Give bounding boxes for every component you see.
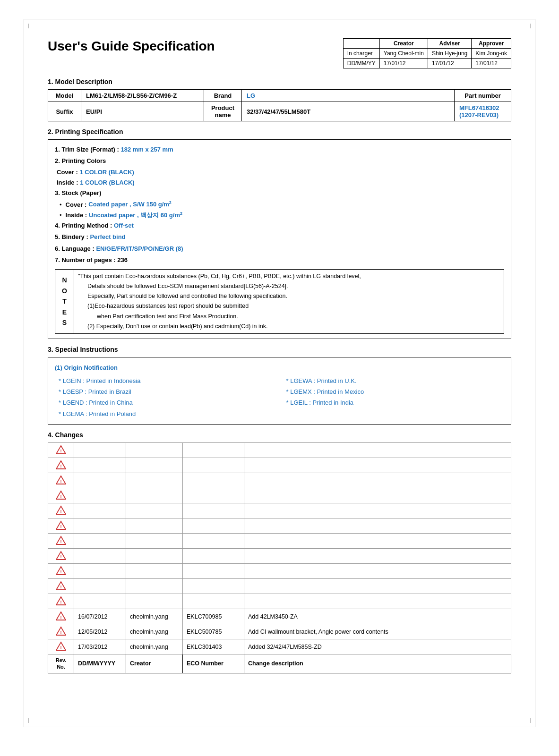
table-header-row: Rev.No. DD/MM/YYYY Creator ECO Number Ch… bbox=[48, 654, 511, 673]
warning-icon: ! bbox=[56, 626, 66, 636]
eco-cell bbox=[183, 458, 244, 473]
creator-cell: cheolmin.yang bbox=[126, 609, 183, 624]
warning-icon: ! bbox=[56, 551, 66, 560]
warning-icon: ! bbox=[56, 505, 66, 515]
trim-size-label: 1. Trim Size (Format) : bbox=[55, 146, 120, 153]
ddmmyy-label: DD/MM/YY bbox=[343, 59, 379, 68]
creator-value: Yang Cheol-min bbox=[379, 49, 428, 59]
svg-text:!: ! bbox=[60, 585, 62, 589]
stock-inside: Inside : Uncoated paper , 백상지 60 g/m2 bbox=[60, 210, 504, 221]
desc-cell bbox=[244, 549, 511, 564]
part-label: Part number bbox=[455, 90, 511, 102]
creator-cell bbox=[126, 564, 183, 579]
note-line-6: (2) Especially, Don't use or contain lea… bbox=[87, 322, 500, 331]
adviser-header: Adviser bbox=[428, 39, 471, 49]
model-table: Model LM61-Z/LM58-Z/LS56-Z/CM96-Z Brand … bbox=[48, 89, 511, 121]
date-cell bbox=[74, 549, 126, 564]
model-label: Model bbox=[48, 90, 81, 102]
stock-cover-value: Coated paper , S/W 150 g/m2 bbox=[88, 199, 172, 210]
note-line-5: when Part certification test and First M… bbox=[97, 312, 500, 322]
svg-text:!: ! bbox=[60, 569, 62, 574]
warning-icon: ! bbox=[56, 611, 66, 620]
rev-cell: ! bbox=[48, 488, 74, 503]
trim-size-row: 1. Trim Size (Format) : 182 mm x 257 mm bbox=[55, 144, 504, 155]
part-value: MFL67416302 (1207-REV03) bbox=[455, 102, 511, 121]
warning-icon: ! bbox=[56, 596, 66, 605]
date-cell bbox=[74, 443, 126, 458]
creator-cell bbox=[126, 443, 183, 458]
section4-heading: 4. Changes bbox=[48, 431, 511, 439]
section2-heading: 2. Printing Specification bbox=[48, 128, 511, 136]
desc-cell bbox=[244, 534, 511, 549]
stock-inside-value: Uncoated paper , 백상지 60 g/m2 bbox=[89, 210, 182, 221]
origin-lgema: * LGEMA : Printed in Poland bbox=[59, 408, 277, 419]
rev-cell: ! bbox=[48, 639, 74, 654]
notes-label: NOTES bbox=[55, 269, 74, 334]
rev-cell: ! bbox=[48, 534, 74, 549]
table-row: ! bbox=[48, 488, 511, 503]
special-box: (1) Origin Notification * LGEIN : Printe… bbox=[48, 357, 511, 425]
page-header: User's Guide Specification Creator Advis… bbox=[48, 38, 511, 68]
desc-cell: Add 42LM3450-ZA bbox=[244, 609, 511, 624]
desc-cell bbox=[244, 488, 511, 503]
stock-cover: Cover : Coated paper , S/W 150 g/m2 bbox=[60, 199, 504, 210]
info-table: Creator Adviser Approver In charger Yang… bbox=[343, 38, 511, 68]
note-line-3: Especially, Part should be followed and … bbox=[87, 291, 500, 301]
bindery-value: Perfect bind bbox=[90, 233, 125, 240]
warning-icon: ! bbox=[56, 475, 66, 484]
corner-tr: | bbox=[530, 23, 531, 28]
section3-heading: 3. Special Instructions bbox=[48, 346, 511, 353]
svg-text:!: ! bbox=[60, 645, 62, 650]
desc-cell bbox=[244, 594, 511, 609]
eco-cell bbox=[183, 549, 244, 564]
product-label: Product name bbox=[204, 102, 242, 121]
origin-lgewa: * LGEWA : Printed in U.K. bbox=[286, 375, 505, 386]
table-row: ! 16/07/2012 cheolmin.yang EKLC700985 Ad… bbox=[48, 609, 511, 624]
eco-cell bbox=[183, 488, 244, 503]
pages-label: 7. Number of pages : bbox=[55, 256, 117, 263]
notes-content: "This part contain Eco-hazardous substan… bbox=[74, 269, 504, 334]
origin-lgend: * LGEND : Printed in China bbox=[59, 397, 277, 408]
eco-cell bbox=[183, 443, 244, 458]
table-row: ! bbox=[48, 473, 511, 488]
incharge-label: In charger bbox=[343, 49, 379, 59]
eco-header: ECO Number bbox=[183, 654, 244, 673]
eco-cell: EKLC700985 bbox=[183, 609, 244, 624]
table-row: ! bbox=[48, 534, 511, 549]
approver-value: Kim Jong-ok bbox=[472, 49, 511, 59]
inside-row: Inside : 1 COLOR (BLACK) bbox=[57, 178, 504, 188]
corner-br: | bbox=[530, 718, 531, 723]
eco-cell bbox=[183, 594, 244, 609]
desc-cell bbox=[244, 473, 511, 488]
inside-label: Inside : bbox=[57, 179, 80, 186]
creator-cell bbox=[126, 534, 183, 549]
colors-row: 2. Printing Colors bbox=[55, 156, 504, 166]
creator-header: Creator bbox=[379, 39, 428, 49]
date-cell: 17/03/2012 bbox=[74, 639, 126, 654]
rev-cell: ! bbox=[48, 564, 74, 579]
note-line-4: (1)Eco-hazardous substances test report … bbox=[87, 301, 500, 311]
method-value: Off-set bbox=[114, 222, 134, 229]
origin-heading: (1) Origin Notification bbox=[55, 362, 504, 373]
warning-icon: ! bbox=[56, 445, 66, 454]
spec-box: 1. Trim Size (Format) : 182 mm x 257 mm … bbox=[48, 139, 511, 339]
creator-cell bbox=[126, 503, 183, 518]
approver-header: Approver bbox=[472, 39, 511, 49]
notes-table: NOTES "This part contain Eco-hazardous s… bbox=[55, 269, 504, 334]
table-row: ! 17/03/2012 cheolmin.yang EKLC301403 Ad… bbox=[48, 639, 511, 654]
language-value: EN/GE/FR/IT/SP/PO/NE/GR (8) bbox=[96, 245, 183, 252]
eco-cell bbox=[183, 473, 244, 488]
desc-cell: Added 32/42/47LM585S-ZD bbox=[244, 639, 511, 654]
warning-icon: ! bbox=[56, 520, 66, 530]
svg-text:!: ! bbox=[60, 479, 62, 484]
date-cell bbox=[74, 518, 126, 534]
rev-cell: ! bbox=[48, 473, 74, 488]
stock-inside-label: Inside : bbox=[66, 210, 87, 221]
table-row: ! bbox=[48, 594, 511, 609]
inside-value: 1 COLOR (BLACK) bbox=[80, 179, 135, 186]
corner-bl: | bbox=[28, 718, 29, 723]
table-row: ! 12/05/2012 cheolmin.yang EKLC500785 Ad… bbox=[48, 624, 511, 639]
svg-text:!: ! bbox=[60, 630, 62, 635]
svg-text:!: ! bbox=[60, 524, 62, 529]
warning-icon: ! bbox=[56, 460, 66, 469]
